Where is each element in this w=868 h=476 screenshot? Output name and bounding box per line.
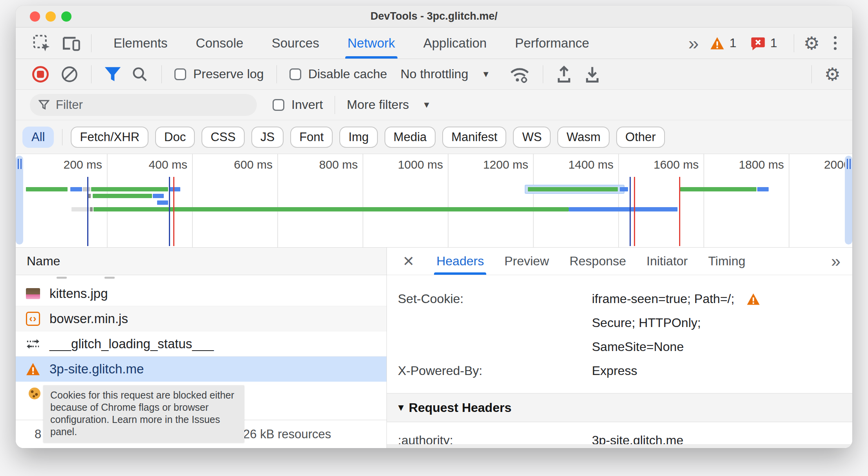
waterfall-bar-blue[interactable] <box>620 187 628 191</box>
more-panels-icon[interactable]: ›› <box>683 34 703 52</box>
timeline-gridline <box>448 154 449 247</box>
waterfall-bar-green[interactable] <box>680 187 756 191</box>
details-tab-timing[interactable]: Timing <box>708 248 745 275</box>
waterfall-bar-green[interactable] <box>528 187 618 191</box>
request-row-bowser-min-js[interactable]: ‹›bowser.min.js <box>16 306 386 331</box>
filter-chip-media[interactable]: Media <box>385 127 436 148</box>
tab-elements[interactable]: Elements <box>111 28 170 59</box>
details-tab-preview[interactable]: Preview <box>504 248 549 275</box>
header-name: X-Powered-By: <box>398 359 592 383</box>
network-conditions-icon[interactable] <box>509 65 530 83</box>
device-toolbar-icon[interactable] <box>61 35 82 52</box>
timeline-right-grip[interactable] <box>845 156 852 244</box>
close-icon[interactable]: ✕ <box>403 253 414 270</box>
tab-console[interactable]: Console <box>194 28 246 59</box>
invert-toggle[interactable]: Invert <box>273 97 323 112</box>
filter-icon[interactable] <box>104 66 121 83</box>
waterfall-bar-green[interactable] <box>93 207 569 211</box>
section-collapse-triangle-icon: ▼ <box>396 402 406 413</box>
chevron-down-icon: ▼ <box>422 100 431 110</box>
header-value-line: iframe-seen=true; Path=/; <box>592 287 852 311</box>
network-filter-bar: Invert More filters ▼ <box>16 90 852 120</box>
close-window-button[interactable] <box>30 11 40 22</box>
disable-cache-checkbox[interactable] <box>289 68 301 80</box>
filter-chip-wasm[interactable]: Wasm <box>557 127 610 148</box>
request-row-glitch-loading-status[interactable]: ___glitch_loading_status___ <box>16 331 386 357</box>
search-icon[interactable] <box>131 65 149 83</box>
details-tab-response[interactable]: Response <box>570 248 626 275</box>
export-har-icon[interactable] <box>584 65 601 83</box>
request-headers-section[interactable]: ▼ Request Headers <box>387 393 852 422</box>
filter-chip-manifest[interactable]: Manifest <box>442 127 506 148</box>
waterfall-bar-green[interactable] <box>91 187 168 191</box>
status-resources: 226 kB resources <box>236 427 331 441</box>
details-tab-initiator[interactable]: Initiator <box>646 248 688 275</box>
settings-gear-icon[interactable]: ⚙ <box>804 34 820 52</box>
waterfall-bar-blue[interactable] <box>153 194 164 198</box>
tab-sources[interactable]: Sources <box>269 28 322 59</box>
tooltip-line: configuration. Learn more in the Issues … <box>50 414 237 438</box>
invert-label: Invert <box>291 97 323 112</box>
waterfall-bar-blue[interactable] <box>569 207 678 211</box>
network-settings-gear-icon[interactable]: ⚙ <box>824 65 841 83</box>
request-row-kittens-jpg[interactable]: kittens.jpg <box>16 281 386 306</box>
preserve-log-checkbox[interactable] <box>174 68 186 80</box>
divider <box>91 65 92 83</box>
clear-network-log-icon[interactable] <box>60 65 79 83</box>
timeline-gridline <box>533 154 534 247</box>
window-title: DevTools - 3pc.glitch.me/ <box>370 10 498 22</box>
filter-chip-doc[interactable]: Doc <box>155 127 195 148</box>
filter-chip-font[interactable]: Font <box>290 127 333 148</box>
timeline-left-grip[interactable] <box>16 156 23 244</box>
tab-performance[interactable]: Performance <box>513 28 591 59</box>
record-network-log-button[interactable] <box>32 66 49 83</box>
divider <box>91 34 92 52</box>
waterfall-bar-blue[interactable] <box>157 200 168 205</box>
image-thumbnail-icon <box>26 288 40 299</box>
details-tab-headers[interactable]: Headers <box>436 248 484 275</box>
zoom-window-button[interactable] <box>61 11 71 22</box>
preserve-log-toggle[interactable]: Preserve log <box>174 67 264 81</box>
filter-chip-fetch-xhr[interactable]: Fetch/XHR <box>71 127 148 148</box>
issues-badge[interactable]: 1 <box>751 36 777 50</box>
header-value-line: Express <box>592 359 852 383</box>
filter-input[interactable] <box>56 98 236 112</box>
waterfall-bar-blue[interactable] <box>757 187 769 191</box>
inspect-element-icon[interactable] <box>32 34 51 53</box>
disable-cache-toggle[interactable]: Disable cache <box>289 67 387 81</box>
filter-chip-css[interactable]: CSS <box>201 127 245 148</box>
name-column-header[interactable]: Name <box>16 248 386 275</box>
minimize-window-button[interactable] <box>46 11 56 22</box>
filter-chip-all[interactable]: All <box>22 127 54 148</box>
filter-input-container[interactable] <box>30 94 257 116</box>
warnings-badge[interactable]: 1 <box>710 36 736 50</box>
waterfall-bar-lightgray[interactable] <box>71 207 90 211</box>
waterfall-bar-gray[interactable] <box>83 187 90 191</box>
invert-checkbox[interactable] <box>273 99 284 111</box>
more-filters-dropdown[interactable]: More filters ▼ <box>347 97 431 112</box>
import-har-icon[interactable] <box>556 65 572 83</box>
filter-chip-img[interactable]: Img <box>339 127 378 148</box>
more-filters-label: More filters <box>347 97 409 112</box>
header-name: Set-Cookie: <box>398 287 592 359</box>
throttling-dropdown[interactable]: No throttling ▼ <box>401 67 490 81</box>
filter-chip-other[interactable]: Other <box>616 127 665 148</box>
kebab-menu-icon[interactable] <box>830 36 841 50</box>
waterfall-bar-green[interactable] <box>26 187 68 191</box>
waterfall-bar-blue[interactable] <box>70 187 82 191</box>
tab-application[interactable]: Application <box>421 28 489 59</box>
waterfall-bar-tick[interactable] <box>90 207 93 211</box>
waterfall-bar-green[interactable] <box>93 194 152 198</box>
script-icon: ‹› <box>26 312 40 326</box>
request-row-3p-site-glitch-me[interactable]: 3p-site.glitch.me <box>16 357 386 382</box>
event-line-dom-content-loaded <box>169 177 170 246</box>
title-bar: DevTools - 3pc.glitch.me/ <box>16 6 852 28</box>
more-details-tabs-icon[interactable]: ›› <box>831 252 839 271</box>
header-row-x-powered-by: X-Powered-By:Express <box>387 359 852 383</box>
filter-chip-ws[interactable]: WS <box>513 127 551 148</box>
filter-chip-js[interactable]: JS <box>251 127 284 148</box>
timeline-gridline <box>107 154 108 247</box>
event-line-load <box>679 177 680 246</box>
tab-network[interactable]: Network <box>345 28 397 59</box>
waterfall-bar-blue[interactable] <box>169 187 180 191</box>
